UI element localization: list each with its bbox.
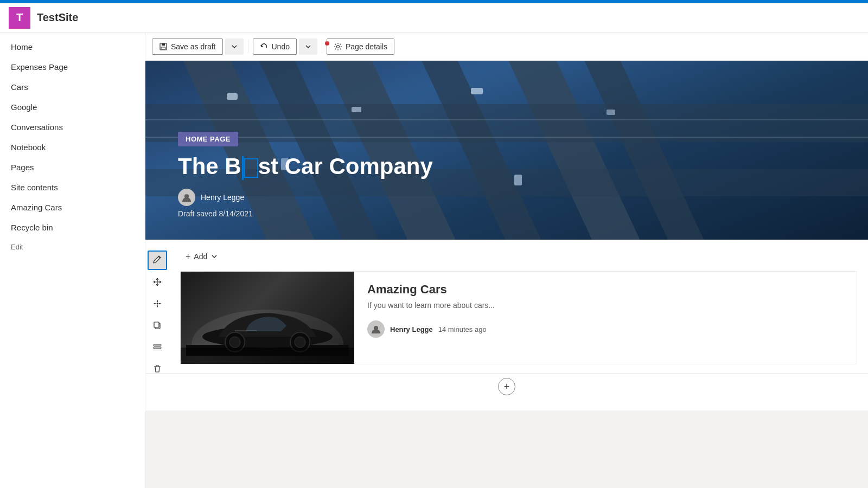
page-details-label: Page details (346, 42, 387, 51)
content-area: HOME PAGE The Bst Car Company Henry Legg… (145, 61, 868, 488)
save-draft-dropdown-button[interactable] (225, 38, 244, 55)
hero-author: Henry Legge (178, 189, 433, 206)
sidebar-item-label: Recycle bin (11, 223, 53, 232)
author-avatar-icon (371, 324, 381, 335)
sidebar-item-label: Expenses Page (11, 62, 68, 72)
car-card-time: 14 minutes ago (438, 325, 487, 333)
notification-dot (325, 41, 329, 46)
car-card-info: Amazing Cars If you want to learn more a… (354, 272, 857, 364)
web-part-content-area: + Add (169, 240, 868, 373)
duplicate-section-button[interactable] (148, 337, 167, 357)
chevron-down-icon-2 (304, 42, 312, 51)
site-title: TestSite (37, 11, 78, 24)
move-icon (152, 277, 162, 287)
sidebar-item-notebook[interactable]: Notebook (0, 137, 145, 157)
car-card-description: If you want to learn more about cars... (367, 301, 844, 310)
sidebar-item-label: Notebook (11, 143, 46, 152)
sidebar-item-google[interactable]: Google (0, 97, 145, 117)
toolbar-divider (248, 40, 248, 53)
hero-author-avatar (178, 189, 195, 206)
svg-point-14 (229, 337, 240, 348)
car-card: Amazing Cars If you want to learn more a… (180, 271, 857, 364)
sidebar-item-label: Conversations (11, 123, 63, 132)
sidebar-item-home[interactable]: Home (0, 37, 145, 57)
hero-badge: HOME PAGE (178, 132, 238, 146)
car-silhouette (186, 296, 349, 356)
sidebar-item-label: Amazing Cars (11, 203, 62, 212)
chevron-down-icon (230, 42, 239, 51)
car-image (181, 272, 354, 364)
text-cursor (242, 156, 244, 180)
undo-dropdown-button[interactable] (299, 38, 317, 55)
hero-content: HOME PAGE The Bst Car Company Henry Legg… (178, 132, 433, 218)
main-layout: Home Expenses Page Cars Google Conversat… (0, 33, 868, 488)
edit-toolbar (145, 248, 169, 378)
svg-point-5 (157, 303, 158, 305)
sidebar-item-recycle-bin[interactable]: Recycle bin (0, 217, 145, 237)
app-header: T TestSite (0, 3, 868, 33)
sidebar-item-cars[interactable]: Cars (0, 77, 145, 97)
sidebar-item-label: Edit (11, 243, 23, 251)
move-web-part-button[interactable] (148, 272, 167, 292)
copy-icon (152, 320, 162, 330)
sidebar-item-label: Home (11, 42, 33, 52)
toolbar-divider-2 (322, 40, 322, 53)
hero-section: HOME PAGE The Bst Car Company Henry Legg… (145, 61, 868, 240)
svg-rect-2 (161, 47, 165, 49)
save-as-draft-button[interactable]: Save as draft (152, 38, 223, 55)
sidebar-item-expenses-page[interactable]: Expenses Page (0, 57, 145, 77)
car-card-meta: Henry Legge 14 minutes ago (367, 320, 844, 338)
svg-rect-10 (154, 350, 161, 350)
drag-icon (152, 299, 162, 309)
undo-label: Undo (272, 42, 290, 51)
add-label: Add (194, 252, 207, 261)
sidebar-item-conversations[interactable]: Conversations (0, 117, 145, 137)
hero-title-after: st Car Company (258, 153, 433, 179)
add-chevron-icon (210, 253, 218, 260)
hero-title: The Bst Car Company (178, 154, 433, 180)
svg-rect-1 (162, 43, 165, 46)
gear-icon (334, 42, 342, 51)
sidebar-item-edit[interactable]: Edit (0, 237, 145, 256)
save-icon (159, 42, 168, 51)
hero-title-before: The B (178, 153, 241, 179)
hero-draft-saved: Draft saved 8/14/2021 (178, 209, 433, 218)
sidebar-item-label: Google (11, 102, 37, 112)
site-icon: T (9, 7, 30, 29)
hero-author-name: Henry Legge (201, 193, 244, 202)
sidebar-item-label: Pages (11, 163, 34, 172)
sidebar-item-pages[interactable]: Pages (0, 157, 145, 177)
pencil-icon (152, 255, 162, 265)
sidebar: Home Expenses Page Cars Google Conversat… (0, 33, 145, 488)
undo-icon (260, 42, 269, 51)
sidebar-item-amazing-cars[interactable]: Amazing Cars (0, 197, 145, 217)
sidebar-item-site-contents[interactable]: Site contents (0, 177, 145, 197)
page-details-button[interactable]: Page details (327, 38, 394, 55)
drag-handle[interactable] (148, 294, 167, 313)
svg-rect-7 (154, 322, 159, 328)
main-content: Save as draft Undo (145, 33, 868, 488)
sidebar-item-label: Site contents (11, 183, 58, 192)
web-part-area: Edit web part + Add (145, 240, 868, 410)
save-as-draft-label: Save as draft (171, 42, 216, 51)
toolbar: Save as draft Undo (145, 33, 868, 61)
undo-button[interactable]: Undo (253, 38, 297, 55)
edit-web-part-button[interactable] (148, 251, 167, 270)
car-card-avatar (367, 320, 385, 338)
section-icon (152, 342, 162, 352)
plus-icon: + (186, 252, 190, 261)
svg-rect-9 (154, 347, 161, 349)
add-button[interactable]: + Add (180, 248, 857, 265)
bottom-add-button[interactable]: + (498, 378, 515, 395)
delete-button[interactable] (148, 359, 167, 378)
bottom-add-section: + (145, 373, 868, 400)
car-card-title: Amazing Cars (367, 282, 844, 297)
duplicate-button[interactable] (148, 316, 167, 335)
sidebar-item-label: Cars (11, 82, 28, 92)
car-card-author: Henry Legge (390, 325, 433, 333)
svg-point-3 (336, 45, 339, 48)
svg-rect-8 (154, 344, 161, 346)
svg-point-16 (295, 337, 305, 348)
delete-icon (152, 364, 162, 374)
